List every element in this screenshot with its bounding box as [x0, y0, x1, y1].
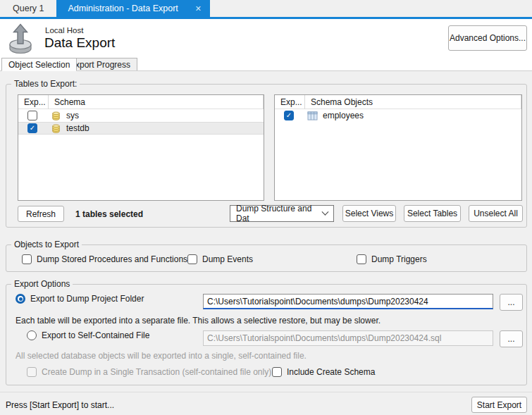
export-to-file-radio[interactable]	[27, 330, 37, 340]
objects-list-col-name: Schema Objects	[305, 95, 521, 109]
document-tab-bar: Query 1 Administration - Data Export ✕	[0, 0, 532, 19]
file-export-note: All selected database objects will be ex…	[16, 351, 307, 361]
status-text: Press [Start Export] to start...	[6, 400, 114, 410]
tables-selected-label: 1 tables selected	[75, 209, 143, 219]
tables-to-export-group: Tables to Export: Exp... Schema sys	[6, 84, 527, 228]
tab-object-selection[interactable]: Object Selection	[1, 58, 77, 71]
objects-list-col-export: Exp...	[275, 95, 305, 109]
select-views-button[interactable]: Select Views	[342, 205, 396, 222]
footer-divider	[0, 392, 532, 392]
include-create-schema-label[interactable]: Include Create Schema	[287, 367, 375, 377]
dump-triggers-label[interactable]: Dump Triggers	[371, 254, 427, 264]
schema-row-sys[interactable]: sys	[18, 109, 264, 122]
schema-list-header: Exp... Schema	[18, 95, 264, 109]
include-create-schema-checkbox[interactable]	[272, 367, 282, 377]
schema-objects-header: Exp... Schema Objects	[275, 95, 521, 109]
export-to-folder-label[interactable]: Export to Dump Project Folder	[30, 294, 144, 304]
database-icon	[51, 123, 61, 134]
export-to-file-label[interactable]: Export to Self-Contained File	[42, 330, 149, 340]
object-row-employees[interactable]: employees	[275, 109, 521, 122]
schema-list-col-export: Exp...	[18, 95, 49, 109]
page-title: Data Export	[44, 35, 115, 51]
start-export-button[interactable]: Start Export	[471, 397, 527, 413]
include-create-schema-option: Include Create Schema	[272, 366, 375, 378]
select-tables-button[interactable]: Select Tables	[404, 205, 461, 222]
objects-to-export-group: Objects to Export Dump Stored Procedures…	[6, 244, 527, 272]
tab-administration-data-export[interactable]: Administration - Data Export ✕	[56, 0, 210, 17]
schema-sys-checkbox[interactable]	[27, 111, 37, 120]
export-options-title: Export Options	[11, 279, 73, 289]
object-row-label: employees	[323, 111, 364, 120]
folder-path-input[interactable]	[203, 294, 493, 309]
dump-triggers-option: Dump Triggers	[357, 254, 427, 265]
dump-events-option: Dump Events	[187, 254, 253, 265]
advanced-options-button[interactable]: Advanced Options...	[448, 25, 527, 51]
data-export-icon	[7, 22, 35, 57]
dump-stored-procedures-option: Dump Stored Procedures and Functions	[22, 254, 187, 265]
dump-stored-procedures-label[interactable]: Dump Stored Procedures and Functions	[37, 254, 187, 264]
object-selection-panel: Tables to Export: Exp... Schema sys	[0, 70, 532, 415]
file-path-input[interactable]	[203, 330, 493, 346]
dump-events-label[interactable]: Dump Events	[202, 254, 253, 264]
export-to-file-option: Export to Self-Contained File	[27, 330, 149, 341]
schema-row-label: sys	[66, 111, 79, 120]
tab-active-label: Administration - Data Export	[68, 4, 178, 13]
schema-row-label: testdb	[66, 123, 89, 133]
tables-to-export-title: Tables to Export:	[11, 79, 80, 89]
export-to-folder-option: Export to Dump Project Folder	[16, 293, 144, 304]
unselect-all-button[interactable]: Unselect All	[469, 205, 523, 222]
page-header: Local Host Data Export Advanced Options.…	[0, 19, 532, 58]
dump-events-checkbox[interactable]	[187, 254, 197, 264]
employees-checkbox[interactable]	[284, 111, 294, 120]
database-icon	[51, 111, 61, 121]
dump-triggers-checkbox[interactable]	[357, 254, 366, 264]
folder-export-note: Each table will be exported into a separ…	[16, 316, 381, 326]
dump-stored-procedures-checkbox[interactable]	[22, 254, 32, 264]
close-tab-icon[interactable]: ✕	[195, 4, 202, 13]
dump-type-value: Dump Structure and Dat	[236, 204, 323, 223]
schema-row-testdb[interactable]: testdb	[18, 122, 264, 135]
folder-browse-button[interactable]: ...	[500, 294, 523, 311]
single-transaction-option: Create Dump in a Single Transaction (sel…	[27, 366, 271, 378]
host-label: Local Host	[45, 26, 83, 35]
table-icon	[307, 111, 318, 120]
tab-query-1[interactable]: Query 1	[0, 0, 56, 17]
single-transaction-checkbox[interactable]	[27, 367, 37, 377]
file-browse-button[interactable]: ...	[500, 330, 523, 347]
schema-testdb-checkbox[interactable]	[27, 123, 37, 133]
schema-list-col-schema: Schema	[49, 95, 264, 109]
schema-objects-list[interactable]: Exp... Schema Objects employees	[274, 94, 522, 201]
objects-to-export-title: Objects to Export	[11, 240, 82, 249]
export-to-folder-radio[interactable]	[16, 294, 25, 304]
schema-list[interactable]: Exp... Schema sys	[18, 94, 264, 201]
dump-type-dropdown[interactable]: Dump Structure and Dat	[230, 205, 334, 222]
single-transaction-label[interactable]: Create Dump in a Single Transaction (sel…	[42, 367, 271, 377]
tab-query-1-label: Query 1	[13, 4, 44, 13]
subtab-bar: Object Selection Export Progress	[0, 58, 532, 71]
refresh-button[interactable]: Refresh	[18, 206, 64, 222]
export-options-group: Export Options Export to Dump Project Fo…	[6, 284, 527, 385]
